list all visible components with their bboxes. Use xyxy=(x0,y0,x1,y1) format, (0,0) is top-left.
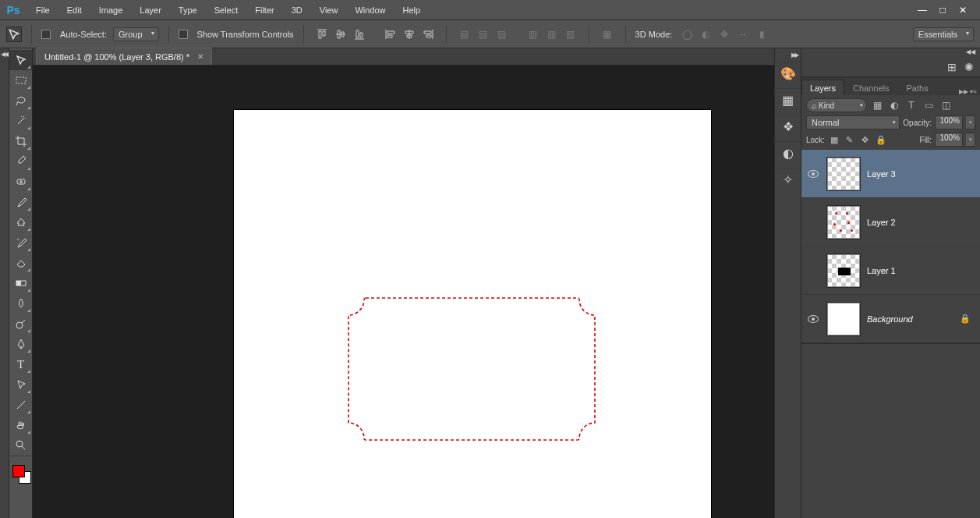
filter-type-icon[interactable]: T xyxy=(904,98,918,112)
menu-edit[interactable]: Edit xyxy=(59,2,90,18)
align-bottom-edges-icon[interactable] xyxy=(351,26,368,43)
menu-layer[interactable]: Layer xyxy=(132,2,169,18)
menu-window[interactable]: Window xyxy=(347,2,393,18)
lock-all-icon[interactable]: 🔒 xyxy=(875,133,887,146)
menu-select[interactable]: Select xyxy=(207,2,246,18)
color-swatches[interactable] xyxy=(9,460,32,484)
layer-name[interactable]: Layer 3 xyxy=(867,169,896,179)
expand-dock-icon[interactable]: ▶▶ xyxy=(791,51,798,59)
paths-panel-icon[interactable]: ✧ xyxy=(774,168,802,191)
panel-menu-icon[interactable]: ▶▶ ▾≡ xyxy=(956,88,980,95)
layer-name[interactable]: Layer 1 xyxy=(867,266,896,275)
canvas[interactable] xyxy=(234,110,711,518)
layer-row[interactable]: Layer 3 xyxy=(801,150,980,198)
align-right-edges-icon[interactable] xyxy=(419,26,437,43)
foreground-color-swatch[interactable] xyxy=(12,465,25,477)
filter-shape-icon[interactable]: ▭ xyxy=(922,98,936,112)
lock-pixels-icon[interactable]: ✎ xyxy=(844,133,856,146)
align-horizontal-centers-icon[interactable] xyxy=(401,26,418,43)
left-collapse-strip[interactable]: ◀◀ xyxy=(0,48,9,518)
layer-row[interactable]: Background🔒 xyxy=(801,295,980,343)
dodge-tool[interactable] xyxy=(9,314,32,334)
adjustments-icon[interactable]: ✺ xyxy=(964,61,974,73)
menu-file[interactable]: File xyxy=(28,2,58,18)
hand-tool[interactable] xyxy=(9,415,32,435)
menu-image[interactable]: Image xyxy=(91,2,131,18)
menu-type[interactable]: Type xyxy=(171,2,205,18)
lock-transparency-icon[interactable]: ▩ xyxy=(828,133,840,146)
collapse-dock-icon[interactable]: ◀◀ xyxy=(966,48,975,58)
tab-paths[interactable]: Paths xyxy=(898,80,937,95)
canvas-viewport[interactable] xyxy=(33,66,774,518)
auto-select-checkbox[interactable] xyxy=(41,30,51,39)
opacity-stepper[interactable]: ▾ xyxy=(966,115,975,130)
eraser-tool[interactable] xyxy=(9,253,32,273)
align-top-edges-icon[interactable] xyxy=(313,26,331,43)
tab-layers[interactable]: Layers xyxy=(801,80,844,95)
line-tool[interactable] xyxy=(9,395,32,415)
close-tab-icon[interactable]: ✕ xyxy=(197,52,203,61)
document-tabstrip: Untitled-1 @ 100% (Layer 3, RGB/8) * ✕ xyxy=(33,48,774,66)
layer-visibility-toggle[interactable] xyxy=(806,315,820,323)
layer-thumbnail[interactable] xyxy=(826,205,861,239)
eyedropper-tool[interactable] xyxy=(9,151,32,172)
pen-tool[interactable] xyxy=(9,334,32,354)
blend-mode-dropdown[interactable]: Normal xyxy=(806,115,900,130)
crop-tool[interactable] xyxy=(9,131,32,151)
maximize-button[interactable]: □ xyxy=(936,5,949,16)
type-tool[interactable]: T xyxy=(9,354,32,374)
swatches-panel-icon[interactable]: ▦ xyxy=(774,88,802,112)
fill-input[interactable]: 100% xyxy=(935,133,963,147)
layers-panel-icon[interactable]: ❖ xyxy=(774,115,802,138)
lasso-tool[interactable] xyxy=(9,90,32,111)
show-transform-checkbox[interactable] xyxy=(179,30,188,39)
layer-row[interactable]: Layer 2 xyxy=(801,198,980,247)
magic-wand-tool[interactable] xyxy=(9,111,32,131)
menu-filter[interactable]: Filter xyxy=(247,2,281,18)
document-tab[interactable]: Untitled-1 @ 100% (Layer 3, RGB/8) * ✕ xyxy=(36,48,212,65)
layer-name[interactable]: Layer 2 xyxy=(867,218,896,227)
zoom-tool[interactable] xyxy=(9,435,32,456)
layer-filter-kind-dropdown[interactable]: Kind xyxy=(806,98,867,112)
layer-thumbnail[interactable] xyxy=(826,157,861,191)
filter-smart-icon[interactable]: ◫ xyxy=(939,98,953,112)
gradient-tool[interactable] xyxy=(9,273,32,293)
healing-brush-tool[interactable] xyxy=(9,172,32,192)
layer-thumbnail[interactable] xyxy=(826,254,861,288)
filter-adjustment-icon[interactable]: ◐ xyxy=(887,98,901,112)
ticket-path-shape xyxy=(347,296,596,442)
auto-select-target-dropdown[interactable]: Group xyxy=(113,27,159,41)
3d-roll-icon: ◐ xyxy=(697,26,714,43)
layer-thumbnail[interactable] xyxy=(826,302,861,336)
path-selection-tool[interactable] xyxy=(9,374,32,395)
arrange-icon[interactable]: ⊞ xyxy=(947,61,957,73)
menu-help[interactable]: Help xyxy=(395,2,429,18)
blur-tool[interactable] xyxy=(9,293,32,314)
options-bar: Auto-Select: Group Show Transform Contro… xyxy=(0,20,980,48)
tab-channels[interactable]: Channels xyxy=(844,80,897,95)
align-vertical-centers-icon[interactable] xyxy=(332,26,349,43)
lock-position-icon[interactable]: ✥ xyxy=(859,133,872,146)
marquee-tool[interactable] xyxy=(9,70,32,90)
minimize-button[interactable]: — xyxy=(916,5,929,16)
clone-stamp-tool[interactable] xyxy=(9,212,32,232)
menu-view[interactable]: View xyxy=(312,2,346,18)
filter-pixel-icon[interactable]: ▦ xyxy=(870,98,884,112)
workspace-switcher[interactable]: Essentials xyxy=(913,30,974,39)
layer-name[interactable]: Background xyxy=(867,314,913,324)
layer-row[interactable]: Layer 1 xyxy=(801,247,980,295)
opacity-input[interactable]: 100% xyxy=(935,115,963,130)
tool-preset-picker[interactable] xyxy=(6,27,22,42)
color-panel-icon[interactable]: 🎨 xyxy=(774,62,802,85)
move-tool[interactable] xyxy=(9,50,32,70)
menu-3d[interactable]: 3D xyxy=(284,2,310,18)
close-button[interactable]: ✕ xyxy=(957,5,969,16)
fill-stepper[interactable]: ▾ xyxy=(966,133,975,147)
brush-tool[interactable] xyxy=(9,192,32,212)
channels-panel-icon[interactable]: ◐ xyxy=(774,141,802,165)
layer-visibility-toggle[interactable] xyxy=(806,170,820,178)
history-brush-tool[interactable] xyxy=(9,232,32,253)
right-icon-dock: ▶▶ 🎨 ▦ ❖ ◐ ✧ xyxy=(774,48,801,518)
workspace-dropdown[interactable]: Essentials xyxy=(913,27,974,41)
align-left-edges-icon[interactable] xyxy=(382,26,399,43)
